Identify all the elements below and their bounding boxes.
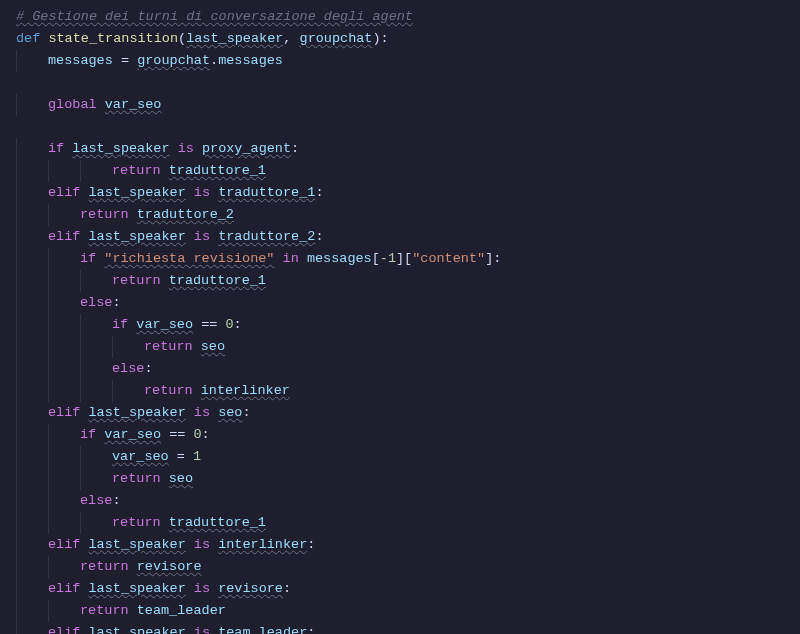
code-token: is bbox=[194, 581, 210, 596]
code-content: return seo bbox=[144, 336, 225, 358]
code-token bbox=[129, 559, 137, 574]
code-token: : bbox=[144, 361, 152, 376]
indent-guide bbox=[16, 226, 48, 248]
code-line[interactable]: messages = groupchat.messages bbox=[0, 50, 800, 72]
code-line[interactable]: var_seo = 1 bbox=[0, 446, 800, 468]
code-token: return bbox=[80, 603, 129, 618]
code-line[interactable]: return revisore bbox=[0, 556, 800, 578]
code-token: elif bbox=[48, 185, 80, 200]
code-line[interactable]: elif last_speaker is traduttore_1: bbox=[0, 182, 800, 204]
code-token: last_speaker bbox=[89, 581, 186, 596]
code-line[interactable]: if var_seo == 0: bbox=[0, 424, 800, 446]
code-token bbox=[186, 581, 194, 596]
code-token: # Gestione dei turni di conversazione de… bbox=[16, 9, 413, 24]
code-line[interactable]: # Gestione dei turni di conversazione de… bbox=[0, 6, 800, 28]
code-token: return bbox=[112, 515, 161, 530]
code-token: team_leader bbox=[218, 625, 307, 634]
code-token: if bbox=[112, 317, 128, 332]
code-line[interactable]: return traduttore_2 bbox=[0, 204, 800, 226]
code-token: else bbox=[80, 295, 112, 310]
code-token: revisore bbox=[218, 581, 283, 596]
code-line[interactable]: elif last_speaker is traduttore_2: bbox=[0, 226, 800, 248]
code-token: . bbox=[210, 53, 218, 68]
code-token: == bbox=[169, 427, 185, 442]
code-content: return seo bbox=[112, 468, 193, 490]
indent-guide bbox=[48, 490, 80, 512]
indent-guide bbox=[16, 380, 48, 402]
code-token: : bbox=[291, 141, 299, 156]
code-line[interactable]: else: bbox=[0, 490, 800, 512]
code-token: = bbox=[169, 449, 193, 464]
code-line[interactable]: return traduttore_1 bbox=[0, 160, 800, 182]
code-token: traduttore_2 bbox=[218, 229, 315, 244]
code-token bbox=[80, 625, 88, 634]
code-line[interactable]: global var_seo bbox=[0, 94, 800, 116]
code-token: "richiesta revisione" bbox=[104, 251, 274, 266]
code-line[interactable]: if "richiesta revisione" in messages[-1]… bbox=[0, 248, 800, 270]
indent-guide bbox=[48, 380, 80, 402]
code-token bbox=[210, 229, 218, 244]
code-line[interactable]: if last_speaker is proxy_agent: bbox=[0, 138, 800, 160]
indent-guide bbox=[48, 424, 80, 446]
code-line[interactable]: elif last_speaker is interlinker: bbox=[0, 534, 800, 556]
code-line[interactable] bbox=[0, 116, 800, 138]
code-token: : bbox=[283, 581, 291, 596]
code-token bbox=[193, 339, 201, 354]
code-line[interactable]: def state_transition(last_speaker, group… bbox=[0, 28, 800, 50]
code-content: elif last_speaker is seo: bbox=[48, 402, 251, 424]
indent-guide bbox=[80, 160, 112, 182]
code-token: return bbox=[112, 273, 161, 288]
code-token: -1 bbox=[380, 251, 396, 266]
code-line[interactable]: elif last_speaker is revisore: bbox=[0, 578, 800, 600]
indent-guide bbox=[16, 204, 48, 226]
code-line[interactable]: return traduttore_1 bbox=[0, 270, 800, 292]
indent-guide bbox=[16, 556, 48, 578]
code-content: elif last_speaker is interlinker: bbox=[48, 534, 315, 556]
indent-guide bbox=[16, 512, 48, 534]
code-token: elif bbox=[48, 229, 80, 244]
code-line[interactable]: elif last_speaker is team_leader: bbox=[0, 622, 800, 634]
code-line[interactable] bbox=[0, 72, 800, 94]
code-content: return team_leader bbox=[80, 600, 226, 622]
code-token bbox=[80, 185, 88, 200]
code-line[interactable]: return seo bbox=[0, 468, 800, 490]
code-editor[interactable]: # Gestione dei turni di conversazione de… bbox=[0, 6, 800, 634]
indent-guide bbox=[80, 446, 112, 468]
code-content: global var_seo bbox=[48, 94, 161, 116]
indent-guide bbox=[80, 314, 112, 336]
indent-guide bbox=[48, 468, 80, 490]
code-token: seo bbox=[218, 405, 242, 420]
indent-guide bbox=[16, 358, 48, 380]
code-content: else: bbox=[80, 490, 121, 512]
code-content: return traduttore_1 bbox=[112, 512, 266, 534]
code-line[interactable]: if var_seo == 0: bbox=[0, 314, 800, 336]
code-line[interactable]: else: bbox=[0, 292, 800, 314]
indent-guide bbox=[48, 512, 80, 534]
code-token: revisore bbox=[137, 559, 202, 574]
indent-guide bbox=[16, 160, 48, 182]
code-token: global bbox=[48, 97, 97, 112]
code-token: return bbox=[144, 339, 193, 354]
code-token: messages bbox=[307, 251, 372, 266]
indent-guide bbox=[16, 138, 48, 160]
code-token: state_transition bbox=[48, 31, 178, 46]
code-token: return bbox=[112, 163, 161, 178]
indent-guide bbox=[16, 446, 48, 468]
code-token bbox=[80, 581, 88, 596]
code-token: messages bbox=[48, 53, 113, 68]
code-line[interactable]: else: bbox=[0, 358, 800, 380]
code-line[interactable]: return team_leader bbox=[0, 600, 800, 622]
code-line[interactable]: return traduttore_1 bbox=[0, 512, 800, 534]
code-content: if var_seo == 0: bbox=[80, 424, 210, 446]
code-token bbox=[274, 251, 282, 266]
code-line[interactable]: return interlinker bbox=[0, 380, 800, 402]
indent-guide bbox=[16, 534, 48, 556]
code-line[interactable]: return seo bbox=[0, 336, 800, 358]
code-token: "content" bbox=[412, 251, 485, 266]
code-line[interactable]: elif last_speaker is seo: bbox=[0, 402, 800, 424]
code-token: = bbox=[113, 53, 137, 68]
indent-guide bbox=[16, 182, 48, 204]
code-token: elif bbox=[48, 405, 80, 420]
code-token: traduttore_1 bbox=[169, 163, 266, 178]
code-token: var_seo bbox=[104, 427, 161, 442]
